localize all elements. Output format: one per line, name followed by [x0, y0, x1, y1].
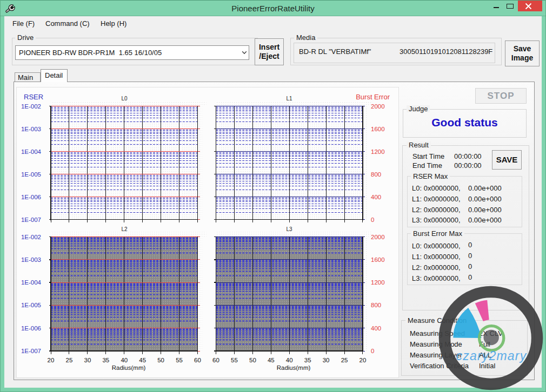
svg-text:czary2mary: czary2mary — [456, 349, 527, 363]
